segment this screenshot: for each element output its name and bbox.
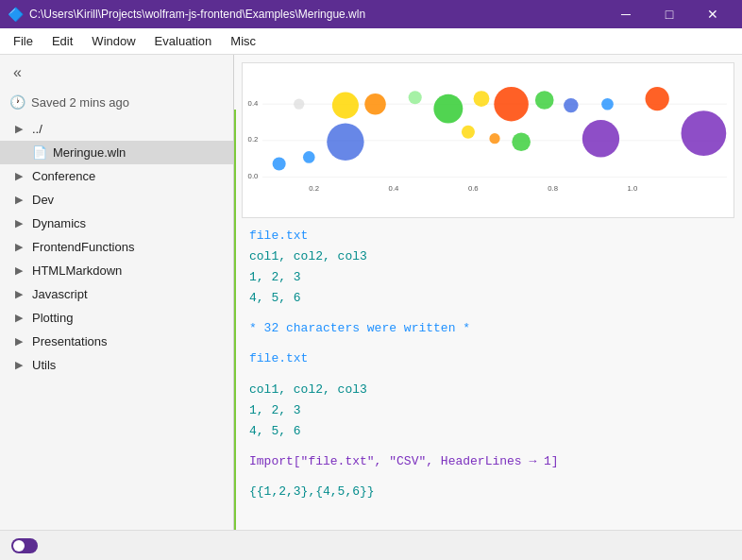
svg-point-23: [462, 126, 475, 139]
menu-edit[interactable]: Edit: [42, 30, 82, 52]
sidebar-item-label: Utils: [32, 358, 56, 372]
titlebar-left: 🔷 C:\Users\Kirill\Projects\wolfram-js-fr…: [8, 7, 365, 22]
clock-icon: 🕐: [9, 94, 25, 110]
code-blank: [249, 472, 727, 482]
svg-point-18: [535, 91, 554, 110]
code-line: * 32 characters were written *: [249, 318, 727, 339]
bubble-chart: 0.4 0.2 0.0 0.2 0.4 0.6 0.8 1.0: [243, 63, 734, 217]
sidebar-item-label: Javascript: [32, 287, 88, 301]
sidebar-item-label: Plotting: [32, 311, 73, 325]
sidebar-item-meringue[interactable]: ▶ 📄 Meringue.wln: [0, 141, 233, 164]
svg-text:0.2: 0.2: [309, 184, 319, 193]
sidebar-item-presentations[interactable]: ▶ Presentations: [0, 330, 233, 353]
titlebar-path: C:\Users\Kirill\Projects\wolfram-js-fron…: [29, 8, 365, 21]
svg-point-16: [474, 91, 490, 107]
svg-point-25: [512, 132, 531, 151]
svg-text:0.0: 0.0: [248, 172, 259, 180]
svg-point-28: [303, 151, 315, 163]
svg-text:0.4: 0.4: [389, 184, 399, 193]
app-icon: 🔷: [8, 7, 24, 22]
svg-point-19: [564, 98, 578, 112]
chevron-right-icon: ▶: [15, 288, 26, 300]
chevron-right-icon: ▶: [15, 241, 26, 253]
chevron-right-icon: ▶: [15, 264, 26, 277]
svg-point-13: [364, 93, 385, 114]
file-icon: 📄: [32, 145, 47, 160]
sidebar-item-javascript[interactable]: ▶ Javascript: [0, 282, 233, 306]
code-line: {{1,2,3},{4,5,6}}: [249, 482, 727, 502]
code-line: file.txt: [249, 348, 727, 369]
sidebar-item-label: Dev: [32, 193, 54, 207]
chevron-right-icon: ▶: [15, 170, 26, 182]
code-line: 1, 2, 3: [249, 267, 727, 288]
sidebar-item-frontendfunctions[interactable]: ▶ FrontendFunctions: [0, 235, 233, 259]
sidebar-item-label: Conference: [32, 169, 95, 183]
sidebar-item-conference[interactable]: ▶ Conference: [0, 164, 233, 188]
svg-point-12: [332, 93, 359, 119]
sidebar-item-label: FrontendFunctions: [32, 240, 134, 254]
minimize-button[interactable]: ─: [604, 0, 648, 28]
titlebar: 🔷 C:\Users\Kirill\Projects\wolfram-js-fr…: [0, 0, 742, 28]
svg-point-21: [646, 87, 669, 110]
menu-file[interactable]: File: [4, 30, 42, 52]
svg-text:1.0: 1.0: [628, 184, 638, 193]
svg-point-26: [582, 120, 619, 157]
code-line: col1, col2, col3: [249, 246, 727, 267]
green-line: [234, 110, 236, 530]
maximize-button[interactable]: □: [648, 0, 691, 28]
svg-point-11: [294, 99, 304, 110]
svg-point-20: [601, 98, 614, 110]
sidebar: « 🕐 Saved 2 mins ago ▶ ../ ▶ 📄 Meringue.…: [0, 55, 234, 530]
code-area: file.txt col1, col2, col3 1, 2, 3 4, 5, …: [234, 218, 742, 510]
chevron-right-icon: ▶: [15, 359, 26, 371]
saved-status: 🕐 Saved 2 mins ago: [0, 91, 233, 117]
svg-text:0.8: 0.8: [548, 184, 558, 193]
collapse-sidebar-button[interactable]: «: [9, 62, 25, 83]
close-button[interactable]: ✕: [691, 0, 734, 28]
menu-evaluation[interactable]: Evaluation: [145, 30, 222, 52]
sidebar-item-parent[interactable]: ▶ ../: [0, 117, 233, 141]
code-blank: [249, 442, 727, 451]
chevron-right-icon: ▶: [15, 312, 26, 324]
sidebar-item-htmlmarkdown[interactable]: ▶ HTMLMarkdown: [0, 259, 233, 282]
svg-point-24: [489, 133, 499, 144]
svg-text:0.2: 0.2: [248, 135, 259, 144]
titlebar-controls: ─ □ ✕: [604, 0, 734, 28]
statusbar: [0, 530, 742, 560]
svg-point-22: [327, 124, 363, 161]
menu-window[interactable]: Window: [82, 30, 144, 52]
code-line: col1, col2, col3: [249, 380, 727, 400]
saved-label: Saved 2 mins ago: [31, 95, 129, 110]
sidebar-item-label: HTMLMarkdown: [32, 263, 122, 278]
svg-text:0.6: 0.6: [468, 184, 479, 193]
svg-point-17: [494, 87, 529, 122]
sidebar-item-utils[interactable]: ▶ Utils: [0, 353, 233, 377]
code-blank: [249, 309, 727, 318]
sidebar-item-label: Meringue.wln: [53, 145, 126, 160]
sidebar-item-dynamics[interactable]: ▶ Dynamics: [0, 212, 233, 235]
chart-container: 0.4 0.2 0.0 0.2 0.4 0.6 0.8 1.0: [242, 62, 734, 218]
sidebar-item-plotting[interactable]: ▶ Plotting: [0, 306, 233, 330]
chevron-right-icon: ▶: [15, 217, 26, 229]
editor[interactable]: 0.4 0.2 0.0 0.2 0.4 0.6 0.8 1.0: [234, 55, 742, 530]
svg-point-15: [433, 94, 463, 124]
code-line: 4, 5, 6: [249, 421, 727, 442]
svg-point-29: [273, 157, 286, 170]
code-line: 4, 5, 6: [249, 288, 727, 309]
menubar: File Edit Window Evaluation Misc: [0, 28, 742, 55]
chevron-right-icon: ▶: [15, 335, 26, 348]
code-blank: [249, 370, 727, 380]
menu-misc[interactable]: Misc: [221, 30, 265, 52]
code-line: Import["file.txt", "CSV", HeaderLines → …: [249, 451, 727, 472]
sidebar-item-dev[interactable]: ▶ Dev: [0, 188, 233, 212]
svg-point-27: [681, 110, 726, 156]
dark-mode-toggle[interactable]: [11, 538, 38, 553]
code-line: 1, 2, 3: [249, 400, 727, 421]
sidebar-item-label: ../: [32, 122, 42, 136]
code-blank: [249, 339, 727, 348]
sidebar-header: «: [0, 55, 233, 91]
chevron-right-icon: ▶: [15, 194, 26, 206]
main-content: « 🕐 Saved 2 mins ago ▶ ../ ▶ 📄 Meringue.…: [0, 55, 742, 530]
svg-text:0.4: 0.4: [248, 99, 259, 108]
code-line: file.txt: [249, 226, 727, 246]
